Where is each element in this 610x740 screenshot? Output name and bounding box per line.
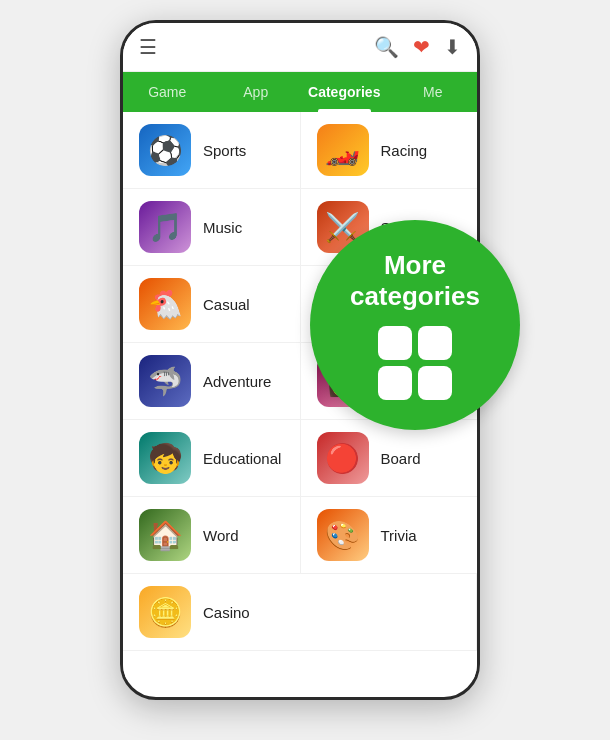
adventure-icon: 🦈 — [139, 355, 191, 407]
category-row: ⚽Sports🏎️Racing — [123, 112, 477, 189]
adventure-label: Adventure — [203, 373, 271, 390]
board-label: Board — [381, 450, 421, 467]
tab-app[interactable]: App — [212, 72, 301, 112]
square-4 — [418, 366, 452, 400]
tab-categories[interactable]: Categories — [300, 72, 389, 112]
category-item-music[interactable]: 🎵Music — [123, 189, 301, 265]
category-item-board[interactable]: 🔴Board — [301, 420, 478, 496]
category-item-casual[interactable]: 🐔Casual — [123, 266, 301, 342]
category-item-casino[interactable]: 🪙Casino — [123, 574, 477, 650]
educational-icon: 🧒 — [139, 432, 191, 484]
category-item-racing[interactable]: 🏎️Racing — [301, 112, 478, 188]
category-row: 🧒Educational🔴Board — [123, 420, 477, 497]
overlay-title: Morecategories — [350, 250, 480, 312]
racing-icon: 🏎️ — [317, 124, 369, 176]
square-2 — [418, 326, 452, 360]
board-icon: 🔴 — [317, 432, 369, 484]
racing-label: Racing — [381, 142, 428, 159]
trivia-label: Trivia — [381, 527, 417, 544]
word-icon: 🏠 — [139, 509, 191, 561]
music-label: Music — [203, 219, 242, 236]
category-row: 🏠Word🎨Trivia — [123, 497, 477, 574]
favorites-icon[interactable]: ❤ — [413, 35, 430, 59]
music-icon: 🎵 — [139, 201, 191, 253]
sports-icon: ⚽ — [139, 124, 191, 176]
casual-label: Casual — [203, 296, 250, 313]
search-icon[interactable]: 🔍 — [374, 35, 399, 59]
word-label: Word — [203, 527, 239, 544]
square-1 — [378, 326, 412, 360]
category-item-word[interactable]: 🏠Word — [123, 497, 301, 573]
tab-game[interactable]: Game — [123, 72, 212, 112]
casual-icon: 🐔 — [139, 278, 191, 330]
category-item-adventure[interactable]: 🦈Adventure — [123, 343, 301, 419]
trivia-icon: 🎨 — [317, 509, 369, 561]
hamburger-icon[interactable]: ☰ — [139, 35, 157, 59]
square-3 — [378, 366, 412, 400]
educational-label: Educational — [203, 450, 281, 467]
category-row: 🪙Casino — [123, 574, 477, 651]
phone-wrapper: ☰ 🔍 ❤ ⬇ Game App Categories Me ⚽Sports🏎️… — [120, 20, 490, 720]
casino-label: Casino — [203, 604, 250, 621]
more-categories-overlay[interactable]: Morecategories — [310, 220, 520, 430]
overlay-icon — [378, 326, 452, 400]
sports-label: Sports — [203, 142, 246, 159]
top-bar: ☰ 🔍 ❤ ⬇ — [123, 23, 477, 72]
top-icon-group: 🔍 ❤ ⬇ — [374, 35, 461, 59]
download-icon[interactable]: ⬇ — [444, 35, 461, 59]
casino-icon: 🪙 — [139, 586, 191, 638]
category-item-educational[interactable]: 🧒Educational — [123, 420, 301, 496]
category-item-sports[interactable]: ⚽Sports — [123, 112, 301, 188]
tab-me[interactable]: Me — [389, 72, 478, 112]
category-item-trivia[interactable]: 🎨Trivia — [301, 497, 478, 573]
nav-tabs: Game App Categories Me — [123, 72, 477, 112]
